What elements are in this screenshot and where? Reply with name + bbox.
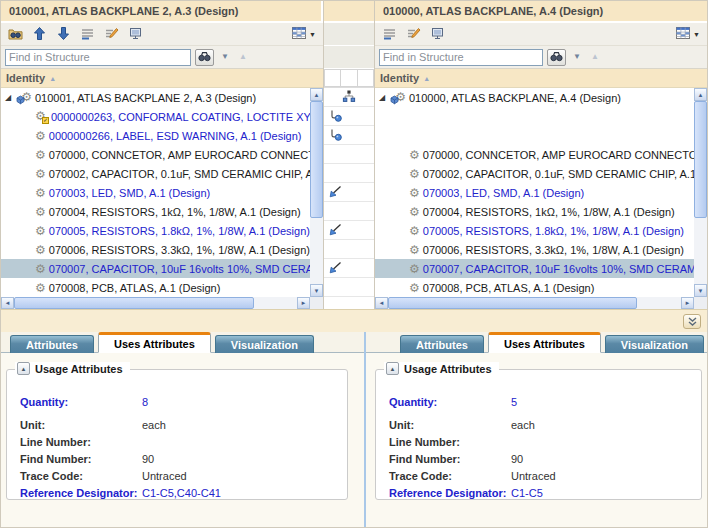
attribute-label: Find Number: — [389, 453, 511, 466]
find-next-button[interactable]: ▼ — [218, 53, 232, 61]
attribute-row: Trace Code:Untraced — [389, 468, 695, 485]
tree-row-label: 070000, CONNCETOR, AMP EUROCARD CONNECTO… — [423, 149, 694, 161]
cube-icon — [390, 95, 399, 105]
vertical-scrollbar[interactable]: ▲ ▼ — [694, 88, 707, 297]
collapse-panel-button[interactable] — [683, 314, 701, 329]
chevron-down-icon: ▼ — [693, 31, 700, 38]
tree-row[interactable]: ◢⚙010000, ATLAS BACKPLANE, A.4 (Design) — [375, 88, 694, 107]
pack-button[interactable] — [78, 25, 97, 43]
tab-visualization[interactable]: Visualization — [215, 335, 314, 353]
tree-row[interactable]: ⚙070007, CAPACITOR, 10uF 16volts 10%, SM… — [1, 259, 310, 278]
tree-row[interactable]: ⚙070004, RESISTORS, 1kΩ, 1%, 1/8W, A.1 (… — [375, 202, 694, 221]
collapse-group-button[interactable]: ▲ — [386, 362, 399, 375]
scrollbar-thumb[interactable] — [388, 297, 637, 309]
search-input[interactable] — [5, 49, 191, 66]
send-to-viewer-button[interactable] — [428, 25, 447, 43]
collapse-group-button[interactable]: ▲ — [17, 362, 30, 375]
tree-row-label: 070004, RESISTORS, 1kΩ, 1%, 1/8W, A.1 (D… — [49, 206, 301, 218]
tree-row[interactable]: ⚙0000000266, LABEL, ESD WARNING, A.1 (De… — [1, 126, 310, 145]
find-button[interactable] — [547, 49, 566, 66]
find-next-button[interactable]: ▼ — [570, 53, 584, 61]
tab-attributes[interactable]: Attributes — [400, 335, 484, 353]
tree-row[interactable]: ⚙070002, CAPACITOR, 0.1uF, SMD CERAMIC C… — [1, 164, 310, 183]
tab-uses-attributes[interactable]: Uses Attributes — [488, 332, 601, 353]
tree-row-label: 070004, RESISTORS, 1kΩ, 1%, 1/8W, A.1 (D… — [423, 206, 675, 218]
scroll-down-button[interactable]: ▼ — [694, 284, 707, 297]
tab-attributes[interactable]: Attributes — [10, 335, 94, 353]
marker-row — [324, 202, 374, 221]
tree-row[interactable]: ⚙070004, RESISTORS, 1kΩ, 1%, 1/8W, A.1 (… — [1, 202, 310, 221]
tree-row[interactable]: ◢⚙010001, ATLAS BACKPLANE 2, A.3 (Design… — [1, 88, 310, 107]
attribute-row: Line Number: — [389, 434, 695, 451]
tree-row[interactable]: ⚙070003, LED, SMD, A.1 (Design) — [1, 183, 310, 202]
attribute-row: Reference Designator:C1-C5,C40-C41 — [20, 485, 341, 502]
compare-marker-strip — [323, 1, 375, 309]
marker-strip-cell — [324, 46, 374, 69]
tab-uses-attributes[interactable]: Uses Attributes — [98, 332, 211, 353]
horizontal-scrollbar[interactable]: ◄ ► — [1, 297, 310, 309]
tree-row[interactable]: ⚙070003, LED, SMD, A.1 (Design) — [375, 183, 694, 202]
left-panel-title: 010001, ATLAS BACKPLANE 2, A.3 (Design) — [1, 1, 323, 23]
send-to-viewer-button[interactable] — [126, 25, 145, 43]
scroll-up-button[interactable]: ▲ — [310, 88, 323, 101]
identity-column-header[interactable]: Identity ▲ — [375, 69, 707, 88]
expander-icon[interactable]: ◢ — [5, 93, 16, 102]
tree-row[interactable]: ⚙✓0000000263, CONFORMAL COATING, LOCTITE… — [1, 107, 310, 126]
left-structure-panel: 010001, ATLAS BACKPLANE 2, A.3 (Design) … — [1, 1, 323, 309]
tab-visualization[interactable]: Visualization — [605, 335, 704, 353]
gear-icon: ⚙ — [409, 168, 420, 180]
search-input[interactable] — [379, 49, 543, 66]
previous-difference-button[interactable] — [30, 25, 49, 43]
right-panel-title: 010000, ATLAS BACKPLANE, A.4 (Design) — [375, 1, 707, 23]
gear-icon: ⚙ — [409, 263, 420, 275]
next-difference-button[interactable] — [54, 25, 73, 43]
tree-row[interactable] — [375, 107, 694, 126]
gear-icon: ⚙ — [35, 187, 46, 199]
left-usage-attributes-group: ▲ Usage Attributes Quantity:8Unit:eachLi… — [6, 369, 348, 500]
assembly-icon: ⚙ — [390, 91, 406, 104]
identity-column-header[interactable]: Identity ▲ — [1, 69, 323, 88]
previous-difference-icon — [34, 27, 45, 42]
edit-markup-button[interactable] — [404, 25, 423, 43]
find-previous-button[interactable]: ▲ — [236, 53, 250, 61]
structure-compare-window: 010001, ATLAS BACKPLANE 2, A.3 (Design) … — [0, 0, 708, 528]
scroll-right-button[interactable]: ► — [297, 297, 310, 309]
tree-row[interactable]: ⚙070000, CONNCETOR, AMP EUROCARD CONNECT… — [375, 145, 694, 164]
edit-markup-button[interactable] — [102, 25, 121, 43]
expander-icon[interactable]: ◢ — [379, 93, 390, 102]
column-header-label: Identity — [6, 72, 45, 84]
tree-row-label: 070005, RESISTORS, 1.8kΩ, 1%, 1/8W, A.1 … — [49, 225, 310, 237]
horizontal-scrollbar[interactable]: ◄ ► — [375, 297, 694, 309]
scroll-left-button[interactable]: ◄ — [375, 297, 388, 309]
tree-row[interactable]: ⚙070005, RESISTORS, 1.8kΩ, 1%, 1/8W, A.1… — [375, 221, 694, 240]
scroll-right-button[interactable]: ► — [681, 297, 694, 309]
compare-button[interactable] — [6, 25, 25, 43]
tree-row[interactable]: ⚙070008, PCB, ATLAS, A.1 (Design) — [375, 278, 694, 297]
column-menu-button[interactable]: ▼ — [676, 27, 702, 41]
attribute-value: 8 — [142, 396, 148, 409]
find-previous-button[interactable]: ▲ — [588, 53, 602, 61]
scroll-left-button[interactable]: ◄ — [1, 297, 14, 309]
find-button[interactable] — [195, 49, 214, 66]
tree-row[interactable]: ⚙070000, CONNCETOR, AMP EUROCARD CONNECT… — [1, 145, 310, 164]
tree-row[interactable]: ⚙070008, PCB, ATLAS, A.1 (Design) — [1, 278, 310, 297]
gear-icon: ⚙ — [409, 244, 420, 256]
scrollbar-thumb[interactable] — [310, 101, 323, 218]
scrollbar-thumb[interactable] — [694, 101, 707, 218]
attributes-area: AttributesUses AttributesVisualization A… — [1, 332, 707, 528]
scroll-down-button[interactable]: ▼ — [310, 284, 323, 297]
tree-row[interactable]: ⚙070006, RESISTORS, 3.3kΩ, 1%, 1/8W, A.1… — [1, 240, 310, 259]
column-menu-button[interactable]: ▼ — [292, 27, 318, 41]
vertical-scrollbar[interactable]: ▲ ▼ — [310, 88, 323, 297]
tree-row[interactable]: ⚙070006, RESISTORS, 3.3kΩ, 1%, 1/8W, A.1… — [375, 240, 694, 259]
edit-markup-icon — [105, 27, 119, 42]
tree-row[interactable] — [375, 126, 694, 145]
tree-row[interactable]: ⚙070007, CAPACITOR, 10uF 16volts 10%, SM… — [375, 259, 694, 278]
assembly-icon: ⚙ — [16, 91, 32, 104]
attribute-label: Reference Designator: — [389, 487, 511, 500]
scrollbar-thumb[interactable] — [14, 297, 254, 309]
scroll-up-button[interactable]: ▲ — [694, 88, 707, 101]
tree-row[interactable]: ⚙070005, RESISTORS, 1.8kΩ, 1%, 1/8W, A.1… — [1, 221, 310, 240]
pack-button[interactable] — [380, 25, 399, 43]
tree-row[interactable]: ⚙070002, CAPACITOR, 0.1uF, SMD CERAMIC C… — [375, 164, 694, 183]
